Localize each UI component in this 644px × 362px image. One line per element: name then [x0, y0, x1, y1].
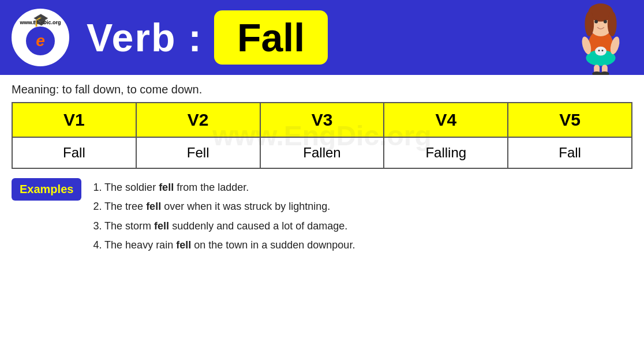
svg-point-12 — [592, 71, 601, 75]
list-item: 4. The heavy rain fell on the town in a … — [93, 236, 355, 255]
meaning-section: Meaning: to fall down, to come down. — [0, 75, 644, 102]
col-header-v2: V2 — [136, 103, 260, 137]
verb-table-container: www.EngDic.org V1 V2 V3 V4 V5 Fall Fell … — [0, 102, 644, 169]
example-3-prefix: 3. The storm — [93, 220, 154, 232]
verb-forms-table: V1 V2 V3 V4 V5 Fall Fell Fallen Falling … — [12, 102, 632, 169]
col-header-v5: V5 — [508, 103, 632, 137]
meaning-text: Meaning: to fall down, to come down. — [12, 83, 202, 96]
table-header-row: V1 V2 V3 V4 V5 — [12, 103, 632, 137]
example-4-bold: fell — [176, 239, 191, 251]
graduation-cap-icon: 🎓 — [33, 13, 48, 28]
example-1-suffix: from the ladder. — [174, 182, 249, 193]
cell-v2: Fell — [136, 137, 260, 168]
example-2-suffix: over when it was struck by lightning. — [161, 201, 330, 212]
logo-e-letter: e — [36, 32, 45, 50]
examples-badge: Examples — [12, 178, 81, 201]
verb-label: Verb : — [87, 15, 203, 60]
table-values-row: Fall Fell Fallen Falling Fall — [12, 137, 632, 168]
header: www.EngDic.org e 🎓 Verb : Fall — [0, 0, 644, 75]
svg-point-14 — [595, 47, 606, 56]
logo-e-circle: e — [26, 27, 55, 55]
col-header-v1: V1 — [12, 103, 136, 137]
cell-v3: Fallen — [260, 137, 384, 168]
svg-point-13 — [600, 71, 609, 75]
svg-point-18 — [601, 50, 603, 51]
example-3-suffix: suddenly and caused a lot of damage. — [169, 220, 347, 232]
logo: www.EngDic.org e 🎓 — [12, 9, 69, 66]
svg-point-17 — [598, 50, 600, 51]
example-3-bold: fell — [154, 220, 169, 232]
list-item: 1. The soldier fell from the ladder. — [93, 178, 355, 197]
cell-v1: Fall — [12, 137, 136, 168]
cell-v4: Falling — [384, 137, 508, 168]
col-header-v4: V4 — [384, 103, 508, 137]
verb-fall-box: Fall — [214, 10, 328, 65]
example-1-prefix: 1. The soldier — [93, 182, 159, 193]
example-4-suffix: on the town in a sudden downpour. — [191, 239, 355, 251]
list-item: 3. The storm fell suddenly and caused a … — [93, 217, 355, 236]
svg-point-4 — [585, 12, 594, 36]
examples-section: Examples 1. The soldier fell from the la… — [0, 169, 644, 264]
example-2-prefix: 2. The tree — [93, 201, 146, 212]
cell-v5: Fall — [508, 137, 632, 168]
verb-fall-text: Fall — [237, 16, 305, 59]
list-item: 2. The tree fell over when it was struck… — [93, 197, 355, 216]
examples-list: 1. The soldier fell from the ladder. 2. … — [93, 178, 355, 255]
character-illustration — [563, 0, 638, 75]
col-header-v3: V3 — [260, 103, 384, 137]
example-2-bold: fell — [146, 201, 161, 212]
example-1-bold: fell — [159, 182, 174, 193]
svg-point-7 — [604, 20, 607, 23]
svg-point-6 — [594, 20, 598, 23]
logo-inner: www.EngDic.org e 🎓 — [14, 12, 66, 63]
character-svg — [566, 1, 635, 75]
example-4-prefix: 4. The heavy rain — [93, 239, 176, 251]
svg-point-5 — [608, 12, 617, 36]
